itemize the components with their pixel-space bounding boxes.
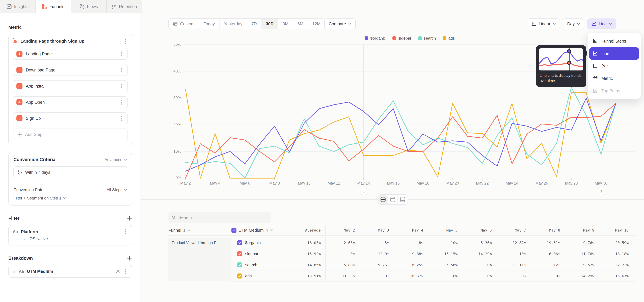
column-header-may-4: May 4 [394,228,428,232]
layout-toggle-group [378,194,408,205]
row-checkbox[interactable] [237,274,242,278]
table-cell: 5.36% [462,241,496,245]
select-all-checkbox[interactable] [232,228,236,233]
breakdown-column-header[interactable]: UTM Medium 4 [232,228,285,233]
average-cell: 14.85% [285,263,325,267]
table-cell: 10% [496,252,531,256]
kebab-icon[interactable] [123,38,128,44]
menu-item-bar[interactable]: Bar [589,60,639,72]
average-cell: 16.03% [285,241,325,245]
funnel-row-group-label[interactable]: Product Viewed through P... [168,238,232,281]
table-cell: 0% [531,274,565,278]
breakdown-table: Funnel 1 UTM Medium 4 AverageMay 2May 3M… [168,225,634,282]
add-step-button[interactable]: Add Step [13,128,128,140]
funnel-step-app-install[interactable]: 3 App Install [13,80,128,92]
metric-icon [593,76,598,81]
layout-split-button[interactable] [378,194,388,204]
tab-retention[interactable]: Retention [107,0,142,14]
date-range-selector: Custom Today Yesterday 7D 30D 3M 6M 12M [168,18,325,29]
table-cell: 14.29% [462,252,496,256]
funnel-step-landing-page[interactable]: 1 Landing Page [13,48,128,60]
conversion-criteria-heading: Conversion Criteria [14,157,56,162]
row-checkbox[interactable] [237,251,242,256]
table-cell: 14.29% [565,274,599,278]
annotation-marker[interactable]: 1 [598,188,604,195]
add-filter-button[interactable] [127,216,132,221]
legend-item-sidebar[interactable]: sidebar [392,36,412,40]
row-checkbox[interactable] [237,262,242,268]
range-7d[interactable]: 7D [247,19,262,29]
filter-value[interactable]: iOS Native [29,236,48,241]
legend-swatch [392,36,396,40]
conversion-window-button[interactable]: Within 7 days [14,166,127,178]
chevron-down-icon [124,189,127,191]
column-header-may-9: May 9 [565,228,599,232]
row-checkbox[interactable] [237,240,242,245]
range-12m[interactable]: 12M [308,19,325,29]
advanced-dropdown[interactable]: Advanced [104,158,127,162]
close-icon[interactable] [116,269,120,274]
funnel-step-app-open[interactable]: 4 App Open [13,96,128,108]
legend-item-organic[interactable]: $organic [364,36,386,40]
tab-flows[interactable]: Flows [71,0,107,14]
layout-table-only-button[interactable] [398,194,408,204]
kebab-icon[interactable] [120,84,124,89]
table-cell: 18.18% [599,252,633,256]
table-cell: 11.11% [496,263,531,267]
funnel-step-sign-up[interactable]: 5 Sign Up [13,112,128,124]
legend-item-search[interactable]: search [418,36,436,40]
table-row-sidebar: sidebar 15.92%0%12.9%9.38%15.15%14.29%10… [232,248,634,260]
range-6m[interactable]: 6M [293,19,308,29]
funnel-column-header[interactable]: Funnel 1 [168,228,232,233]
menu-item-line[interactable]: Line [589,47,639,60]
tab-insights[interactable]: Insights [0,0,36,14]
interval-selector-button[interactable]: Day [563,18,584,29]
toppaths-icon [593,88,598,93]
chart-type-button[interactable]: Line [587,18,616,29]
kebab-icon[interactable] [120,67,124,73]
kebab-icon[interactable] [123,268,128,274]
svg-text:May 20: May 20 [446,181,459,186]
menu-item-funnel-steps[interactable]: Funnel Steps [589,35,639,47]
range-3m[interactable]: 3M [278,19,293,29]
layout-chart-only-button[interactable] [388,194,398,204]
table-cell: 9.38% [394,252,428,256]
string-type-icon: Aa [19,269,24,274]
svg-text:May 24: May 24 [506,181,518,186]
chevron-down-icon [553,23,556,25]
calendar-icon [173,22,178,26]
table-cell: 0% [462,263,496,267]
legend-item-ads[interactable]: ads [442,36,455,40]
range-today[interactable]: Today [199,19,220,29]
filter-operator[interactable]: Is [22,236,25,241]
range-custom[interactable]: Custom [169,19,199,29]
drag-handle-icon[interactable]: ☰ [13,271,16,272]
compare-button[interactable]: Compare [324,18,356,29]
filter-property[interactable]: Platform [21,229,120,234]
breakdown-property[interactable]: UTM Medium [27,269,113,274]
kebab-icon[interactable] [120,51,124,56]
table-cell: 2.63% [325,237,360,248]
range-30d[interactable]: 30D [262,19,278,29]
funnel-step-download-page[interactable]: 2 Download Page [13,64,128,76]
search-input[interactable] [178,215,268,220]
funnel-metric-header[interactable]: Landing Page through Sign Up [9,34,132,48]
scale-selector-button[interactable]: Linear [527,18,560,29]
legend-swatch [442,36,446,40]
series-line-sidebar [186,103,616,178]
add-step-label: Add Step [25,132,42,137]
conversion-rate-dropdown[interactable]: All Steps [106,188,127,192]
series-line-ads [186,89,616,178]
tab-funnels[interactable]: Funnels [36,0,71,14]
kebab-icon[interactable] [120,116,124,121]
chart-legend: $organic sidebar search ads [184,36,635,40]
kebab-icon[interactable] [120,100,124,105]
range-yesterday[interactable]: Yesterday [220,19,247,29]
kebab-icon[interactable] [123,229,128,234]
add-breakdown-button[interactable] [127,256,132,261]
annotation-marker[interactable]: 1 [360,188,367,195]
svg-text:May 8: May 8 [269,181,280,186]
filter-segment-dropdown[interactable]: Filter + Segment on Step 1 [14,196,66,200]
menu-item-metric[interactable]: Metric [589,72,639,84]
chevron-down-icon [348,23,351,25]
